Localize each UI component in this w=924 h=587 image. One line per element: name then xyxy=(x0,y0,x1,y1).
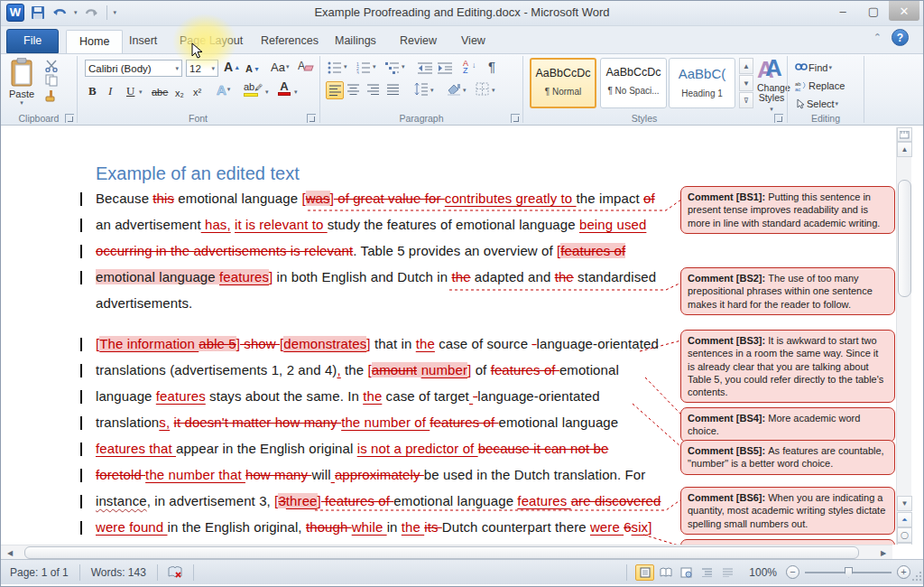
copy-icon[interactable] xyxy=(44,74,59,87)
tab-insert[interactable]: Insert xyxy=(116,30,170,53)
cut-icon[interactable] xyxy=(44,60,59,72)
minimize-ribbon-icon[interactable]: ⌃ xyxy=(873,32,882,43)
pilcrow-icon[interactable]: ¶ xyxy=(488,59,495,74)
select-button[interactable]: Select▾ xyxy=(793,96,840,112)
clipboard-dialog-launcher[interactable] xyxy=(65,114,74,123)
replace-button[interactable]: abac Replace xyxy=(793,78,846,94)
shrink-font-button[interactable]: A▼ xyxy=(244,61,262,77)
paste-button[interactable]: Paste ▾ xyxy=(8,58,35,107)
view-web-layout-icon[interactable] xyxy=(677,564,696,581)
comment-4[interactable]: Comment [BS4]: More academic word choice… xyxy=(680,407,895,443)
scroll-up-icon[interactable]: ▲ xyxy=(897,142,912,157)
font-dialog-launcher[interactable] xyxy=(307,114,316,123)
tab-review[interactable]: Review xyxy=(387,30,449,53)
ruler-toggle-icon[interactable] xyxy=(897,127,912,142)
zoom-slider-thumb[interactable] xyxy=(845,567,853,578)
style-heading1[interactable]: AaBbC(Heading 1 xyxy=(669,58,735,108)
select-browse-object-icon[interactable]: ◯ xyxy=(897,527,912,543)
scroll-right-icon[interactable]: ▶ xyxy=(876,546,891,559)
scroll-down-icon[interactable]: ▼ xyxy=(897,496,912,511)
comment-3[interactable]: Comment [BS3]: It is awkward to start tw… xyxy=(680,330,895,403)
font-size-select[interactable]: 12▾ xyxy=(186,60,218,77)
underline-dropdown-icon[interactable]: ▾ xyxy=(139,89,143,96)
tab-view[interactable]: View xyxy=(448,30,498,53)
multilevel-list-icon[interactable] xyxy=(385,61,400,74)
styles-gallery-scroll[interactable]: ▲ ▼ ⊽ xyxy=(739,58,753,108)
close-button[interactable]: ✕ xyxy=(889,1,919,21)
multilevel-dropdown-icon[interactable]: ▾ xyxy=(402,63,405,70)
italic-button[interactable]: I xyxy=(106,83,114,99)
zoom-slider[interactable] xyxy=(805,572,892,573)
change-styles-button[interactable]: A A Change Styles ▾ xyxy=(757,56,786,114)
view-fullscreen-reading-icon[interactable] xyxy=(656,564,675,581)
horizontal-scrollbar[interactable]: ◀ ▶ xyxy=(1,545,892,559)
document-area[interactable]: Example of an edited text Because this e… xyxy=(1,127,923,545)
line-spacing-dropdown-icon[interactable]: ▾ xyxy=(430,87,434,94)
text-highlight-button[interactable]: ab🖉 xyxy=(244,82,263,97)
font-color-button[interactable]: A xyxy=(278,80,291,96)
maximize-button[interactable]: ▢ xyxy=(858,1,889,21)
underline-button[interactable]: U xyxy=(125,83,136,99)
word-count[interactable]: Words: 143 xyxy=(88,566,150,579)
superscript-button[interactable]: x² xyxy=(191,84,203,100)
zoom-in-icon[interactable]: + xyxy=(897,565,910,579)
tab-home[interactable]: Home xyxy=(66,30,123,53)
comment-6[interactable]: Comment [BS6]: When you are indicating a… xyxy=(680,487,895,535)
resize-grip[interactable] xyxy=(910,572,921,582)
numbering-dropdown-icon[interactable]: ▾ xyxy=(373,63,376,70)
style-normal[interactable]: AaBbCcDc¶ Normal xyxy=(530,58,596,108)
grow-font-button[interactable]: A▲ xyxy=(222,59,242,75)
view-draft-icon[interactable] xyxy=(718,564,737,581)
tab-file[interactable]: File xyxy=(6,29,59,53)
page-indicator[interactable]: Page: 1 of 1 xyxy=(6,566,72,579)
clear-formatting-icon[interactable]: A xyxy=(298,59,314,73)
tab-mailings[interactable]: Mailings xyxy=(322,30,389,53)
strikethrough-button[interactable]: abe xyxy=(150,84,170,100)
increase-indent-icon[interactable] xyxy=(438,61,453,74)
font-name-select[interactable]: Calibri (Body)▾ xyxy=(85,60,182,77)
previous-page-icon[interactable]: ⏶ xyxy=(897,512,912,527)
align-left-button[interactable] xyxy=(326,81,344,99)
view-print-layout-icon[interactable] xyxy=(635,564,654,581)
comment-2[interactable]: Comment [BS2]: The use of too many prepo… xyxy=(680,267,895,315)
highlight-dropdown-icon[interactable]: ▾ xyxy=(265,89,269,96)
find-button[interactable]: Find▾ xyxy=(793,60,834,76)
bullets-dropdown-icon[interactable]: ▾ xyxy=(344,63,347,70)
text-effects-button[interactable]: A▾ xyxy=(215,81,232,98)
align-right-button[interactable] xyxy=(367,84,380,96)
horizontal-scroll-thumb[interactable] xyxy=(24,546,859,559)
shading-dropdown-icon[interactable]: ▾ xyxy=(463,87,467,94)
justify-button[interactable] xyxy=(387,84,400,96)
bullets-icon[interactable] xyxy=(328,61,342,74)
vertical-scroll-thumb[interactable] xyxy=(898,180,911,297)
view-outline-icon[interactable] xyxy=(698,564,716,581)
line-spacing-icon[interactable] xyxy=(414,82,429,96)
shading-icon[interactable] xyxy=(447,82,461,96)
styles-dialog-launcher[interactable] xyxy=(774,114,783,123)
font-color-dropdown-icon[interactable]: ▾ xyxy=(294,89,298,96)
align-center-button[interactable] xyxy=(347,84,360,96)
format-painter-icon[interactable] xyxy=(44,89,59,103)
bold-button[interactable]: B xyxy=(87,83,98,99)
numbering-icon[interactable]: 123 xyxy=(356,61,371,74)
scroll-left-icon[interactable]: ◀ xyxy=(3,546,17,559)
vertical-scrollbar[interactable]: ▲ ▼ ⏶ ◯ ⏷ xyxy=(896,127,911,545)
subscript-button[interactable]: x₂ xyxy=(173,85,186,101)
tab-references[interactable]: References xyxy=(248,30,331,53)
borders-dropdown-icon[interactable]: ▾ xyxy=(492,87,495,94)
proofing-errors-icon[interactable] xyxy=(166,564,185,581)
comment-1[interactable]: Comment [BS1]: Putting this sentence in … xyxy=(680,186,895,234)
next-page-icon[interactable]: ⏷ xyxy=(897,543,912,545)
tab-page-layout[interactable]: Page Layout xyxy=(167,30,255,53)
decrease-indent-icon[interactable] xyxy=(418,61,433,74)
paragraph-dialog-launcher[interactable] xyxy=(511,114,520,123)
style-no-spacing[interactable]: AaBbCcDc¶ No Spaci... xyxy=(600,58,667,108)
sort-icon[interactable]: AZ↓ xyxy=(463,60,468,74)
help-icon[interactable]: ? xyxy=(892,29,909,46)
borders-icon[interactable] xyxy=(476,82,489,96)
change-case-button[interactable]: Aa▾ xyxy=(269,59,291,75)
zoom-level[interactable]: 100% xyxy=(745,566,781,579)
minimize-button[interactable]: – xyxy=(827,1,858,21)
comment-5[interactable]: Comment [BS5]: As features are countable… xyxy=(680,440,895,475)
zoom-out-icon[interactable]: − xyxy=(786,565,799,579)
